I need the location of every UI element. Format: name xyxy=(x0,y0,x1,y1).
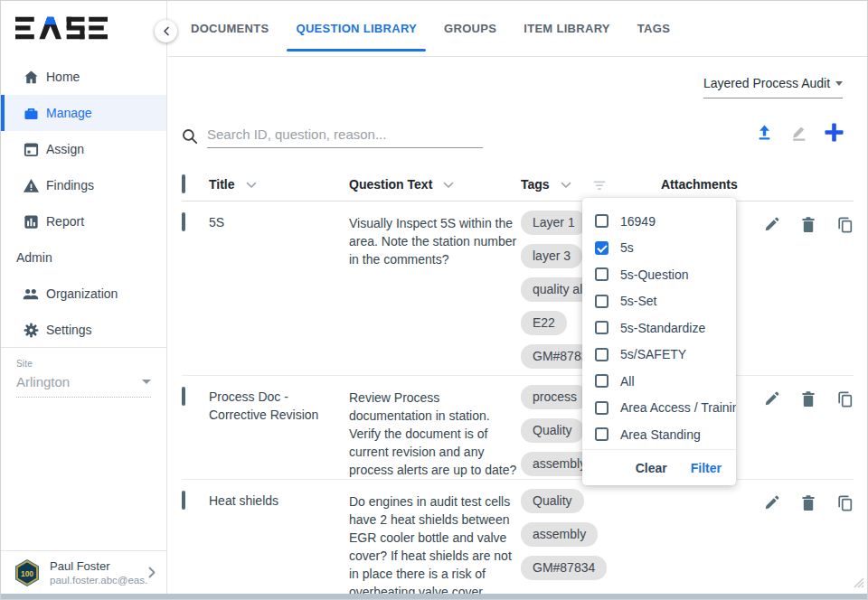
sidebar-item-findings[interactable]: Findings xyxy=(1,167,166,203)
resize-grip[interactable] xyxy=(852,576,864,592)
table-row: Process Doc - Corrective Revision Review… xyxy=(182,376,854,480)
edit-row-button[interactable] xyxy=(763,216,780,234)
filter-option[interactable]: 5s xyxy=(582,235,736,262)
sidebar-item-settings[interactable]: Settings xyxy=(1,312,166,348)
row-actions xyxy=(763,480,854,512)
upload-button[interactable] xyxy=(755,123,774,142)
filter-option[interactable]: 5s/SAFETY xyxy=(582,342,736,369)
sidebar-item-organization[interactable]: Organization xyxy=(1,276,166,312)
tag-chip: assembly xyxy=(521,522,598,547)
site-label: Site xyxy=(16,359,151,369)
tab-groups[interactable]: GROUPS xyxy=(444,1,496,56)
profile-section[interactable]: 100 Paul Foster paul.foster.abc@eas... xyxy=(1,550,166,594)
edit-button-disabled[interactable] xyxy=(789,123,808,142)
question-table: Title Question Text Tags Attachments xyxy=(182,168,854,595)
site-select-value: Arlington xyxy=(16,374,70,389)
audit-type-select[interactable]: Layered Process Audit xyxy=(703,76,843,98)
filter-option[interactable]: Area Standing xyxy=(582,421,736,448)
sidebar-collapse-button[interactable] xyxy=(155,20,177,42)
add-question-button[interactable] xyxy=(824,122,844,143)
delete-row-button[interactable] xyxy=(800,216,816,234)
score-badge: 100 xyxy=(14,558,41,587)
window-bottom-edge xyxy=(1,594,867,599)
option-checkbox[interactable] xyxy=(595,321,609,334)
option-checkbox[interactable] xyxy=(595,295,609,308)
filter-option[interactable]: 5s-Set xyxy=(582,288,736,315)
tab-question-library[interactable]: QUESTION LIBRARY xyxy=(296,1,417,56)
caret-down-icon xyxy=(835,81,843,86)
table-row: Heat shields Do engines in audit test ce… xyxy=(182,480,854,595)
row-actions xyxy=(763,202,854,234)
row-title: Process Doc - Corrective Revision xyxy=(209,376,349,424)
duplicate-row-button[interactable] xyxy=(836,216,854,234)
sidebar-item-label: Home xyxy=(46,70,80,84)
sidebar-item-assign[interactable]: Assign xyxy=(1,131,166,167)
search-icon xyxy=(182,128,198,145)
sidebar-item-label: Manage xyxy=(46,106,92,120)
tag-chip: GM#87834 xyxy=(521,556,607,580)
tag-filter-footer: Clear Filter xyxy=(582,449,736,485)
site-select[interactable]: Arlington xyxy=(16,374,151,398)
sort-chevron-icon[interactable] xyxy=(443,182,454,189)
sidebar-item-home[interactable]: Home xyxy=(1,59,166,95)
row-checkbox[interactable] xyxy=(182,387,185,406)
sidebar-item-report[interactable]: Report xyxy=(1,203,166,239)
pencil-icon xyxy=(789,123,808,142)
option-checkbox[interactable] xyxy=(595,267,609,281)
tab-item-library[interactable]: ITEM LIBRARY xyxy=(524,1,610,56)
sidebar-item-label: Organization xyxy=(46,286,118,301)
delete-row-button[interactable] xyxy=(800,494,816,512)
main-content: DOCUMENTS QUESTION LIBRARY GROUPS ITEM L… xyxy=(168,1,867,594)
option-checkbox[interactable] xyxy=(595,374,609,388)
filter-option[interactable]: Area Access / Training xyxy=(582,395,736,422)
tab-tags[interactable]: TAGS xyxy=(637,1,670,56)
row-title: Heat shields xyxy=(209,480,349,511)
filter-option[interactable]: 16949 xyxy=(582,208,736,235)
sidebar-item-manage[interactable]: Manage xyxy=(1,95,166,131)
filter-option[interactable]: 5s-Question xyxy=(582,261,736,288)
sort-chevron-icon[interactable] xyxy=(246,182,257,189)
row-checkbox[interactable] xyxy=(182,212,185,231)
row-tags: Quality assembly GM#87834 xyxy=(521,480,661,589)
ease-logo-icon xyxy=(15,16,108,40)
filter-button[interactable]: Filter xyxy=(691,461,722,475)
tag-chip: layer 3 xyxy=(521,244,582,268)
option-checkbox[interactable] xyxy=(595,401,609,415)
filter-option[interactable]: All xyxy=(582,368,736,395)
ease-logo: EASE xyxy=(15,16,108,43)
people-icon xyxy=(22,285,40,303)
select-all-checkbox[interactable] xyxy=(182,174,185,193)
filter-option[interactable]: 5s-Standardize xyxy=(582,314,736,342)
sort-chevron-icon[interactable] xyxy=(561,182,571,189)
delete-row-button[interactable] xyxy=(800,390,816,408)
option-checkbox[interactable] xyxy=(595,214,609,228)
briefcase-icon xyxy=(22,104,40,122)
duplicate-row-button[interactable] xyxy=(836,494,854,512)
profile-name: Paul Foster xyxy=(50,559,148,573)
table-header: Title Question Text Tags Attachments xyxy=(182,168,854,202)
column-header-title: Title xyxy=(209,177,235,192)
clear-button[interactable]: Clear xyxy=(636,461,667,475)
search-input[interactable] xyxy=(207,125,483,148)
edit-row-button[interactable] xyxy=(763,390,780,408)
profile-email: paul.foster.abc@eas... xyxy=(50,575,148,586)
tag-chip: Layer 1 xyxy=(521,211,587,235)
row-actions xyxy=(763,376,854,408)
option-checkbox-checked[interactable] xyxy=(595,241,609,255)
sidebar-section-admin: Admin xyxy=(1,239,166,276)
edit-row-button[interactable] xyxy=(763,494,780,512)
tab-documents[interactable]: DOCUMENTS xyxy=(191,1,269,56)
calendar-icon xyxy=(22,140,40,158)
option-checkbox[interactable] xyxy=(595,348,609,361)
tag-chip: Quality xyxy=(521,418,584,443)
plus-icon xyxy=(824,122,844,143)
row-checkbox[interactable] xyxy=(182,491,185,510)
tab-bar: DOCUMENTS QUESTION LIBRARY GROUPS ITEM L… xyxy=(168,1,867,57)
option-checkbox[interactable] xyxy=(595,427,609,441)
filter-icon[interactable] xyxy=(593,181,606,191)
sidebar-item-label: Findings xyxy=(46,178,94,192)
duplicate-row-button[interactable] xyxy=(836,390,854,408)
row-question-text: Visually Inspect 5S within the area. Not… xyxy=(349,202,521,268)
tag-chip: process xyxy=(521,385,589,409)
chevron-left-icon xyxy=(163,26,170,36)
